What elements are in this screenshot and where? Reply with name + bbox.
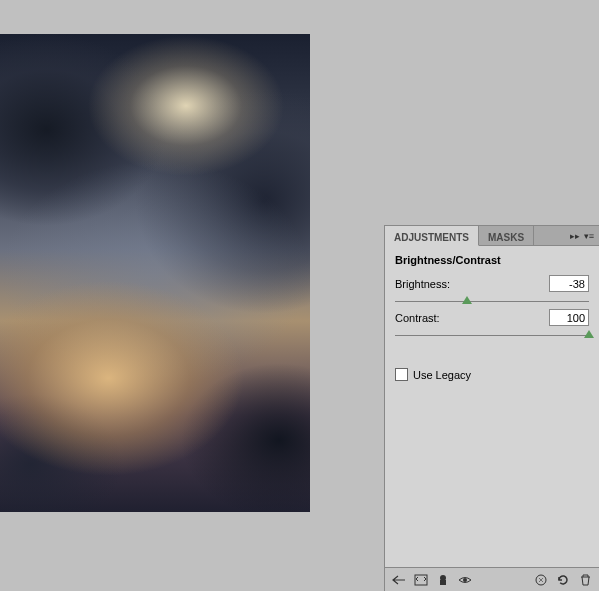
contrast-label: Contrast: <box>395 312 549 324</box>
contrast-slider[interactable] <box>395 328 589 336</box>
expand-view-icon[interactable] <box>411 571 431 589</box>
contrast-slider-thumb[interactable] <box>584 330 594 338</box>
previous-state-icon[interactable] <box>531 571 551 589</box>
trash-icon[interactable] <box>575 571 595 589</box>
panel-collapse-icon[interactable]: ▸▸ <box>570 231 580 241</box>
adjustment-title: Brightness/Contrast <box>385 246 599 272</box>
brightness-slider[interactable] <box>395 294 589 302</box>
brightness-input[interactable] <box>549 275 589 292</box>
clip-layer-icon[interactable] <box>433 571 453 589</box>
brightness-row: Brightness: <box>385 272 599 292</box>
tab-adjustments[interactable]: ADJUSTMENTS <box>385 226 479 246</box>
brightness-slider-thumb[interactable] <box>462 296 472 304</box>
panel-menu-icon[interactable]: ▾≡ <box>584 231 594 241</box>
back-arrow-icon[interactable] <box>389 571 409 589</box>
canvas-area[interactable] <box>0 34 310 512</box>
contrast-input[interactable] <box>549 309 589 326</box>
panel-footer <box>385 567 599 591</box>
brightness-label: Brightness: <box>395 278 549 290</box>
contrast-row: Contrast: <box>385 306 599 326</box>
svg-rect-2 <box>440 580 446 585</box>
use-legacy-checkbox[interactable] <box>395 368 408 381</box>
visibility-eye-icon[interactable] <box>455 571 475 589</box>
use-legacy-label: Use Legacy <box>413 369 471 381</box>
use-legacy-row: Use Legacy <box>385 340 599 385</box>
panel-tabs: ADJUSTMENTS MASKS ▸▸ ▾≡ <box>385 226 599 246</box>
svg-point-3 <box>463 578 467 582</box>
reset-icon[interactable] <box>553 571 573 589</box>
tab-masks[interactable]: MASKS <box>479 226 534 245</box>
document-image <box>0 34 310 512</box>
adjustments-panel: ADJUSTMENTS MASKS ▸▸ ▾≡ Brightness/Contr… <box>384 225 599 591</box>
